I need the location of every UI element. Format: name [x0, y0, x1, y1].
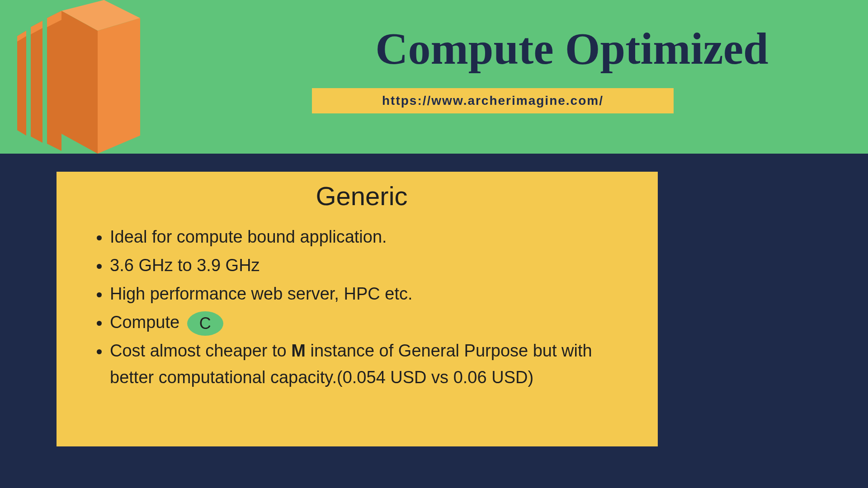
list-item: Ideal for compute bound application. [110, 224, 640, 250]
svg-marker-0 [17, 31, 26, 136]
bullet-list: Ideal for compute bound application. 3.6… [84, 224, 640, 390]
slide: Compute Optimized https://www.archerimag… [0, 0, 868, 488]
content-box: Generic Ideal for compute bound applicat… [57, 172, 658, 446]
svg-marker-8 [98, 18, 140, 154]
aws-cube-icon [5, 0, 140, 154]
url-bar: https://www.archerimagine.com/ [312, 88, 674, 113]
list-item: High performance web server, HPC etc. [110, 281, 640, 307]
compute-badge: C [187, 311, 223, 336]
section-title: Generic [84, 181, 640, 211]
header: Compute Optimized https://www.archerimag… [0, 0, 868, 154]
svg-marker-7 [61, 11, 98, 154]
list-item: 3.6 GHz to 3.9 GHz [110, 252, 640, 279]
svg-marker-4 [47, 11, 61, 151]
bullet-text: Cost almost cheaper to [110, 341, 291, 360]
list-item: Compute C [110, 309, 640, 336]
list-item: Cost almost cheaper to M instance of Gen… [110, 338, 640, 391]
slide-title: Compute Optimized [312, 23, 832, 75]
bullet-bold: M [291, 341, 306, 360]
url-text: https://www.archerimagine.com/ [382, 94, 604, 108]
svg-marker-2 [31, 21, 42, 143]
bullet-text: Compute [110, 313, 184, 332]
